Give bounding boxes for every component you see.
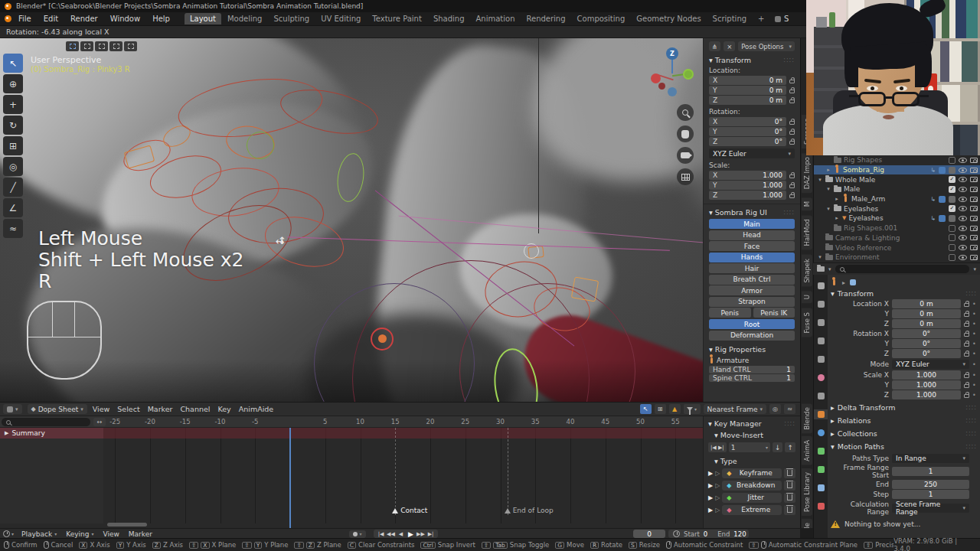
panel-grip[interactable]: :::: [965,290,977,297]
proportional-edit-button[interactable]: ◎ [769,404,781,414]
outliner-row-eyelashes[interactable]: ▾Eyelashes✓ [814,204,980,214]
modifier-icon[interactable] [949,196,956,203]
rotate-tool-button[interactable]: ↻ [3,116,23,135]
play-button[interactable]: ▶ [406,530,416,538]
sidebar-tab-blende[interactable]: Blende [802,403,812,433]
gizmo-y-axis[interactable] [683,69,694,80]
sidebar-tab-hairmod[interactable]: HairMod [802,215,812,249]
perspective-toggle-button[interactable] [677,168,694,185]
select-flag-icon[interactable]: ▶ [708,482,713,489]
previous-keyframe-button[interactable]: ◀◀ [386,531,396,537]
dope-menu-channel[interactable]: Channel [180,405,210,413]
select-extend-mode-button[interactable] [124,41,137,51]
prop-transform-field[interactable]: 0 m [892,309,961,318]
npanel-rotation-field-z[interactable]: Z0° [709,137,786,146]
filter-chevron-icon[interactable]: ▾ [973,266,976,272]
rig-box-control[interactable] [571,276,599,302]
rig-prop-hand-ctrl[interactable]: Hand CTRL1 [709,366,795,373]
panel-collections-header[interactable]: ▸Collections:::: [831,429,977,439]
select-lasso-mode-button[interactable] [109,41,122,51]
end-field[interactable]: 120 [733,530,746,538]
outliner-row-male-arm[interactable]: ▸Male_Arm↳ [814,194,980,204]
expander-icon[interactable]: ▸ [834,196,840,202]
outliner-row-environment[interactable]: ▾Environment [814,253,980,262]
lock-icon[interactable] [964,374,969,378]
workspace-add-button[interactable]: + [753,13,769,24]
render-visibility-icon[interactable] [970,197,978,202]
properties-tab-texture[interactable] [814,501,828,511]
rig-button-armor[interactable]: Armor [709,285,795,295]
tweak-mode-button[interactable] [66,41,79,51]
expander-icon[interactable]: ▸ [834,215,840,221]
rig-target-dot[interactable] [378,334,387,343]
rig-button-head[interactable]: Head [709,230,795,240]
npanel-scale-field-x[interactable]: X1.000 [709,171,786,180]
panel-grip[interactable]: :::: [965,430,977,437]
lock-icon[interactable] [789,141,795,145]
move-insert-header[interactable]: ▾Move-Insert [714,430,795,440]
select-flag-icon[interactable]: ▶ [708,507,713,514]
lock-icon[interactable] [789,99,795,103]
rig-button-root[interactable]: Root [709,319,795,329]
dope-menu-view[interactable]: View [93,405,110,413]
properties-tab-physics[interactable] [814,428,828,438]
npanel-location-field-x[interactable]: X0 m [709,76,786,85]
gizmo-x-axis[interactable] [651,73,661,83]
playhead-line[interactable] [289,416,291,528]
lock-icon[interactable] [964,394,969,398]
previous-frame-button[interactable]: ◀ [396,531,406,537]
outliner-row-sombra-rig[interactable]: ▸Sombra_Rig↳ [814,165,980,175]
rig-button-penis[interactable]: Penis [709,308,751,318]
select-flag-icon[interactable]: ▶ [708,470,713,477]
select-circle-mode-button[interactable] [95,41,108,51]
npanel-location-field-y[interactable]: Y0 m [709,86,786,95]
lock-icon[interactable] [964,303,969,307]
measure-tool-button[interactable]: ∠ [3,198,23,217]
dope-menu-select[interactable]: Select [117,405,139,413]
render-visibility-icon[interactable] [970,255,978,260]
collection-checkbox[interactable] [949,157,956,164]
animate-dot[interactable]: • [972,372,977,379]
dope-menu-animaide[interactable]: AnimAide [239,405,273,413]
prop-transform-field[interactable]: 0 m [892,299,961,308]
lock-icon[interactable] [789,194,795,198]
rig-button-breath-ctrl[interactable]: Breath Ctrl [709,275,795,285]
properties-tab-world[interactable] [814,373,828,383]
close-icon[interactable]: × [724,41,735,51]
visibility-eye-icon[interactable] [959,226,967,231]
rig-button-face[interactable]: Face [709,241,795,251]
key-manager-header[interactable]: ▾Key Manager:::: [708,419,795,429]
transform-tool-button[interactable]: ◎ [3,157,23,176]
pose-tool-button[interactable]: ≈ [3,219,23,238]
chevron-down-icon[interactable]: ▾ [828,266,831,272]
move-up-button[interactable]: ↑ [785,442,795,452]
frame-range-end-field[interactable]: 250 [892,480,969,489]
render-visibility-icon[interactable] [970,168,978,173]
prop-scale-field[interactable]: 1.000 [892,370,961,380]
move-down-button[interactable]: ↓ [773,442,783,452]
prop-scale-field[interactable]: 1.000 [892,390,961,399]
delete-key-type-button[interactable] [784,481,795,491]
render-visibility-icon[interactable] [970,187,978,192]
paths-type-dropdown[interactable]: In Range▾ [892,454,969,463]
only-selected-filter-button[interactable]: ↖ [640,404,652,414]
blender-menu-icon[interactable] [5,15,11,22]
timeline-marker-end-of-loop[interactable]: End of Loop [505,507,554,514]
amount-field[interactable]: 1▾ [729,442,770,452]
npanel-scale-field-z[interactable]: Z1.000 [709,191,786,200]
render-visibility-icon[interactable] [970,216,978,221]
timeline-menu-playback[interactable]: Playback▾ [21,530,57,538]
panel-grip[interactable]: :::: [965,443,977,450]
animate-dot[interactable]: • [972,361,977,368]
outliner-row-eyelashes[interactable]: ▸▼Eyelashes↳ [814,214,980,223]
lock-icon[interactable] [789,80,795,83]
datablock-icon[interactable] [939,196,946,203]
workspace-tab-layout[interactable]: Layout [185,13,221,24]
key-type-chip[interactable]: ◆Keyframe [722,468,782,478]
workspace-tab-rendering[interactable]: Rendering [521,13,570,24]
jump-to-end-button[interactable]: ▶| [426,531,436,537]
panel-rig-properties-header[interactable]: ▾Rig Properties [709,344,795,354]
expander-icon[interactable]: ▶ [5,430,8,436]
auto-keying-button[interactable]: ▾ [349,530,366,538]
workspace-tab-shading[interactable]: Shading [428,13,470,24]
